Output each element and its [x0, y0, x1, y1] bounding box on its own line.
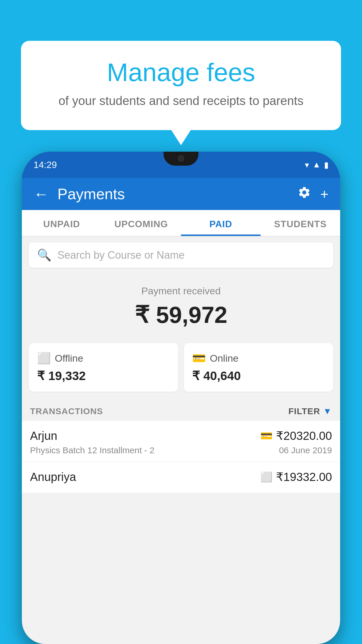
speech-bubble: Manage fees of your students and send re…: [21, 41, 341, 130]
offline-icon: ⬜: [37, 352, 51, 365]
transaction-amount-wrap: 💳 ₹20320.00: [260, 429, 332, 442]
transaction-top-2: Anupriya ⬜ ₹19332.00: [30, 470, 332, 484]
signal-icon: ▲: [312, 160, 321, 169]
tab-students[interactable]: STUDENTS: [261, 210, 340, 236]
battery-icon: ▮: [324, 160, 328, 170]
tab-paid[interactable]: PAID: [181, 210, 261, 236]
phone-frame: 14:29 ▾ ▲ ▮ ← Payments + UNPAID UPCOMING: [22, 152, 340, 644]
notch: [164, 152, 198, 166]
header-actions: +: [298, 186, 328, 202]
filter-button[interactable]: FILTER ▼: [289, 406, 332, 416]
wifi-icon: ▾: [305, 160, 309, 170]
camera: [178, 155, 184, 162]
transaction-row[interactable]: Arjun 💳 ₹20320.00 Physics Batch 12 Insta…: [22, 421, 340, 462]
transaction-name-2: Anupriya: [30, 470, 76, 484]
transaction-type-icon-2: ⬜: [260, 471, 273, 483]
transaction-type-icon: 💳: [260, 430, 273, 442]
transaction-date: 06 June 2019: [279, 445, 332, 455]
online-card: 💳 Online ₹ 40,640: [184, 343, 333, 392]
online-amount: ₹ 40,640: [192, 369, 325, 383]
status-icons: ▾ ▲ ▮: [305, 160, 328, 170]
app-header: ← Payments +: [22, 178, 340, 210]
filter-icon: ▼: [323, 406, 332, 416]
online-label: Online: [210, 353, 238, 364]
search-input[interactable]: Search by Course or Name: [57, 249, 184, 261]
offline-label: Offline: [55, 353, 83, 364]
payment-total-amount: ₹ 59,972: [28, 301, 334, 328]
offline-amount: ₹ 19,332: [37, 369, 170, 383]
status-time: 14:29: [34, 160, 57, 170]
tab-unpaid[interactable]: UNPAID: [22, 210, 101, 236]
transaction-amount-2: ₹19332.00: [276, 470, 332, 484]
bubble-subtitle: of your students and send receipts to pa…: [44, 92, 318, 110]
tab-upcoming[interactable]: UPCOMING: [101, 210, 181, 236]
transaction-name: Arjun: [30, 429, 57, 442]
bubble-title: Manage fees: [44, 58, 318, 87]
offline-card: ⬜ Offline ₹ 19,332: [29, 343, 178, 392]
payment-label: Payment received: [28, 285, 334, 297]
settings-button[interactable]: [298, 186, 311, 202]
gear-icon: [298, 186, 311, 199]
filter-label: FILTER: [289, 406, 320, 416]
payment-cards: ⬜ Offline ₹ 19,332 💳 Online ₹ 40,640: [22, 337, 340, 400]
transactions-label: TRANSACTIONS: [30, 406, 103, 416]
transaction-detail: Physics Batch 12 Installment - 2: [30, 445, 154, 455]
screen-content: 🔍 Search by Course or Name Payment recei…: [22, 237, 340, 644]
tab-bar: UNPAID UPCOMING PAID STUDENTS: [22, 210, 340, 237]
online-card-header: 💳 Online: [192, 352, 325, 365]
page-title: Payments: [57, 185, 298, 203]
transaction-amount-wrap-2: ⬜ ₹19332.00: [260, 470, 332, 484]
online-icon: 💳: [192, 352, 206, 365]
status-bar: 14:29 ▾ ▲ ▮: [22, 152, 340, 178]
back-button[interactable]: ←: [34, 185, 49, 203]
offline-card-header: ⬜ Offline: [37, 352, 170, 365]
search-bar[interactable]: 🔍 Search by Course or Name: [29, 242, 333, 268]
transaction-bottom: Physics Batch 12 Installment - 2 06 June…: [30, 445, 332, 455]
transaction-row[interactable]: Anupriya ⬜ ₹19332.00: [22, 462, 340, 493]
payment-received-section: Payment received ₹ 59,972: [22, 274, 340, 337]
add-button[interactable]: +: [320, 186, 328, 202]
transactions-header: TRANSACTIONS FILTER ▼: [22, 400, 340, 421]
transaction-top: Arjun 💳 ₹20320.00: [30, 429, 332, 442]
transaction-amount: ₹20320.00: [276, 429, 332, 442]
search-icon: 🔍: [37, 248, 52, 262]
